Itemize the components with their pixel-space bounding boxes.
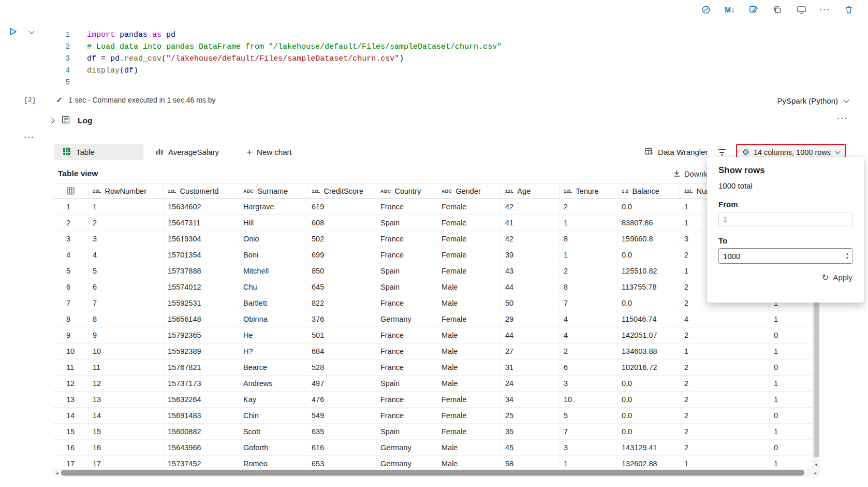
apply-label: Apply	[833, 273, 852, 282]
cell: 31	[501, 360, 560, 375]
column-name: CreditScore	[323, 187, 363, 195]
cell: Onio	[239, 231, 307, 247]
new-chart-button[interactable]: + New chart	[246, 144, 292, 160]
table-row[interactable]: 3315619304Onio502FranceFemale428159660.8…	[53, 231, 813, 247]
column-header-age[interactable]: 12LAge	[501, 183, 560, 198]
cell-drag-handle-icon[interactable]: ···	[24, 132, 35, 143]
table-row[interactable]: 121215737173Andrews497SpainMale2430.021	[53, 376, 813, 392]
cell: 24	[501, 376, 560, 391]
line-number: 4	[54, 65, 70, 77]
kernel-picker[interactable]: PySpark (Python)	[777, 96, 848, 105]
status-text: 1 sec - Command executed in 1 sec 46 ms …	[69, 96, 216, 104]
delete-cell-icon[interactable]	[843, 4, 855, 16]
markdown-icon[interactable]: M↓	[724, 4, 735, 16]
cell: 1	[770, 392, 813, 407]
horizontal-scrollbar[interactable]: ◂ ▸	[53, 469, 820, 477]
run-cell-button[interactable]	[7, 26, 19, 37]
cell: 1	[560, 456, 617, 469]
cell: 83807.86	[617, 215, 680, 231]
cell: 9	[89, 327, 164, 343]
from-input[interactable]	[718, 212, 852, 226]
table-row[interactable]: 5515737888Mitchell850SpainFemale43212551…	[53, 263, 813, 279]
to-input[interactable]	[719, 249, 843, 263]
cell: 635	[307, 424, 376, 439]
column-header-creditscore[interactable]: 12LCreditScore	[307, 183, 376, 198]
column-header-gender[interactable]: ABCGender	[437, 183, 501, 198]
column-type-icon: 1.2	[622, 189, 628, 194]
cell: 528	[307, 360, 376, 375]
table-row[interactable]: 161615643966Goforth616GermanyMale4531431…	[53, 440, 813, 456]
cell: Spain	[376, 263, 437, 279]
row-number-cell: 2	[53, 215, 89, 231]
cell: He	[239, 327, 307, 343]
table-row[interactable]: 2215647311Hill608SpainFemale41183807.861…	[53, 215, 813, 231]
copilot-icon[interactable]	[700, 4, 712, 16]
grid-icon	[67, 187, 75, 195]
log-more-options-icon[interactable]: ···	[837, 113, 848, 124]
apply-row: ↻ Apply	[718, 273, 852, 282]
cell-toolbar: M↓ ···	[700, 4, 855, 16]
column-type-icon: ABC	[380, 189, 391, 194]
cell: 27	[501, 343, 560, 359]
column-header-customerid[interactable]: 12LCustomerId	[164, 183, 239, 198]
scroll-down-arrow-icon[interactable]: ▾	[813, 461, 820, 469]
cell: Female	[437, 392, 501, 407]
more-options-icon[interactable]: ···	[819, 4, 831, 16]
tab-averagesalary[interactable]: AverageSalary	[155, 144, 219, 160]
table-row[interactable]: 151515600882Scott635SpainFemale3570.021	[53, 424, 813, 440]
code-line: 1import pandas as pd	[54, 29, 502, 41]
cell: 15737173	[164, 376, 239, 391]
cell: 2	[560, 263, 617, 279]
scroll-right-arrow-icon[interactable]: ▸	[812, 470, 820, 476]
scroll-left-arrow-icon[interactable]: ◂	[53, 470, 61, 476]
table-row[interactable]: 6615574012Chu645SpainMale448113755.7821	[53, 279, 813, 295]
decrement-icon[interactable]: ▾	[846, 256, 848, 260]
table-row[interactable]: 4415701354Boni699FranceFemale3910.020	[53, 247, 813, 263]
present-icon[interactable]	[796, 4, 807, 16]
log-section-header[interactable]: Log	[50, 115, 92, 126]
table-row[interactable]: 8815656148Obinna376GermanyFemale29411504…	[53, 311, 813, 327]
column-header-country[interactable]: ABCCountry	[376, 183, 437, 198]
copy-icon[interactable]	[772, 4, 783, 16]
chevron-down-icon	[835, 149, 841, 154]
data-wrangler-button[interactable]: Data Wrangler	[644, 147, 708, 157]
column-header-surname[interactable]: ABCSurname	[239, 183, 307, 198]
cell: 15619304	[164, 231, 239, 247]
cell: 1	[560, 247, 617, 263]
bar-chart-icon	[155, 147, 164, 157]
table-row[interactable]: 141415691483Chin549FranceFemale2550.020	[53, 408, 813, 424]
table-row[interactable]: 1115634602Hargrave619FranceFemale4220.01…	[53, 199, 813, 215]
tab-table[interactable]: Table	[54, 144, 143, 160]
table-row[interactable]: 9915792365He501FranceMale444142051.0720	[53, 327, 813, 343]
horizontal-scrollbar-thumb[interactable]	[61, 470, 804, 476]
filter-icon[interactable]	[717, 149, 727, 155]
code-text: import pandas as pd	[87, 29, 175, 41]
column-header-tenure[interactable]: 12LTenure	[560, 183, 617, 198]
column-header-balance[interactable]: 1.2Balance	[617, 183, 680, 198]
table-row[interactable]: 101015592389H?684FranceMale272134603.881…	[53, 343, 813, 360]
cell: 850	[307, 263, 376, 279]
cell: 0.0	[617, 247, 680, 263]
table-row[interactable]: 131315632264Kay476FranceFemale34100.021	[53, 392, 813, 408]
cell: 50	[501, 295, 560, 311]
cell: 2	[680, 408, 770, 423]
cell: 608	[307, 215, 376, 231]
cell: 1	[680, 456, 770, 469]
row-number-cell: 4	[53, 247, 89, 263]
cell: 35	[501, 424, 560, 439]
column-type-icon: ABC	[442, 189, 452, 194]
apply-button[interactable]: ↻ Apply	[822, 273, 852, 282]
code-editor[interactable]: 1import pandas as pd2# Load data into pa…	[54, 29, 502, 89]
run-options-chevron-icon[interactable]	[30, 26, 34, 35]
cell: France	[376, 247, 437, 263]
table-row[interactable]: 171715737452Romeo653GermanyMale581132602…	[53, 456, 813, 469]
cell: 16	[89, 440, 164, 455]
cell: 15	[89, 424, 164, 439]
column-header-rownumber[interactable]: 12LRowNumber	[89, 183, 164, 198]
collapse-chevron-icon[interactable]	[49, 118, 54, 123]
select-all-cell[interactable]	[53, 183, 89, 198]
comment-icon[interactable]	[748, 4, 759, 16]
cell: Male	[437, 456, 501, 469]
table-row[interactable]: 7715592531Bartlett822FranceMale5070.021	[53, 295, 813, 311]
table-row[interactable]: 111115767821Bearce528FranceMale316102016…	[53, 360, 813, 376]
